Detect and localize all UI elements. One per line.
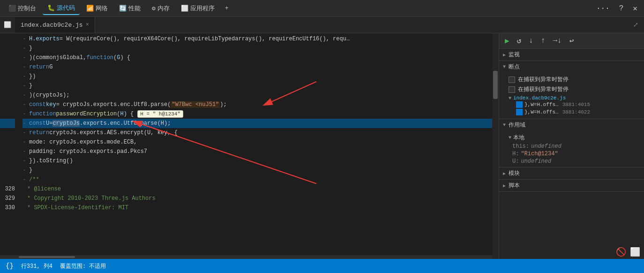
local-scope-header[interactable]: ▼ 本地: [509, 133, 638, 143]
minus-1: -: [22, 36, 27, 42]
scroll-thumb[interactable]: [493, 71, 498, 99]
file-tab-index[interactable]: index.dacb9c2e.js ×: [15, 17, 95, 33]
scope-U-value: undefined: [521, 158, 551, 165]
horizontal-scrollbar[interactable]: [0, 255, 492, 259]
breakpoint-file-header[interactable]: ▼ index.dacb9c2e.js: [509, 95, 638, 101]
linenum-330: 330: [0, 203, 15, 212]
code-line-11: - return cryptoJs.exports.AES.encrypt(U,…: [22, 128, 492, 137]
code-line-16: - /**: [22, 175, 492, 184]
status-bar: {} 行331, 列4 覆盖范围: 不适用: [0, 259, 644, 273]
linenum-3: [0, 53, 15, 62]
breakpoint-entry-1[interactable]: },W=H.offs… 3881:4015: [509, 101, 638, 108]
sidebar-toggle-button[interactable]: ⬜: [0, 21, 15, 29]
code-line-10-highlighted: - const U = cryptoJs .exports.enc.Utf8.p…: [22, 119, 492, 128]
code-content[interactable]: - H.exports = W(requireCore(), requireX6…: [19, 33, 492, 259]
code-line-1: - H.exports = W(requireCore(), requireX6…: [22, 34, 492, 44]
linenum-329: 329: [0, 194, 15, 203]
tab-bar: ⬜ index.dacb9c2e.js × ⤢: [0, 17, 644, 33]
linenum-10: [0, 119, 15, 128]
tab-expand-button[interactable]: ⤢: [628, 21, 644, 29]
memory-label: 内存: [157, 4, 170, 13]
pause-on-caught-exceptions[interactable]: 在捕获到异常时暂停: [509, 75, 638, 84]
sidebar-icon: ⬜: [4, 21, 11, 29]
linenum-7: [0, 91, 15, 100]
right-panel-bottom-actions: 🚫 ⬜: [499, 245, 644, 259]
linenum-13: [0, 147, 15, 156]
nav-tab-memory[interactable]: ⚙ 内存: [147, 2, 174, 15]
watch-section: ▶ 监视: [499, 49, 644, 61]
local-label: 本地: [513, 134, 524, 142]
scope-H-name: H:: [512, 151, 519, 157]
scripts-section: ▶ 脚本: [499, 180, 644, 192]
more-options-button[interactable]: ···: [593, 3, 613, 14]
status-icon: {}: [6, 262, 14, 270]
breakpoints-content: 在捕获到异常时暂停 在捕获到异常时暂停 ▼ index.dacb9c2e.js …: [499, 73, 644, 119]
modules-header[interactable]: ▶ 模块: [499, 167, 644, 179]
debugger-toolbar: ▶ ↺ ↓ ↑ →↓ ↩: [499, 33, 644, 49]
expand-panel-icon[interactable]: ⬜: [630, 247, 640, 257]
breakpoint-file-arrow: ▼: [509, 96, 511, 101]
bp-checkbox-1[interactable]: [516, 101, 523, 108]
console-icon: ⬛: [8, 5, 16, 12]
pause-caught-checkbox[interactable]: [509, 76, 515, 83]
help-button[interactable]: ?: [616, 3, 627, 14]
step-into-button[interactable]: ↑: [539, 36, 547, 46]
code-line-6: - }: [22, 81, 492, 91]
console-label: 控制台: [18, 4, 36, 13]
pause-uncaught-checkbox[interactable]: [509, 86, 515, 93]
code-line-15: - }: [22, 166, 492, 175]
scripts-header[interactable]: ▶ 脚本: [499, 180, 644, 191]
scripts-arrow: ▶: [503, 183, 506, 189]
scope-section: ▼ 作用域 ▼ 本地 this: undefined H: "Rich@1234…: [499, 119, 644, 167]
variable-tooltip-H: H = " h@1234": [137, 110, 183, 118]
code-scrollbar[interactable]: [492, 33, 499, 259]
deactivate-breakpoints-button[interactable]: ↩: [568, 35, 576, 46]
scope-this-value: undefined: [531, 143, 562, 150]
scope-label: 作用域: [509, 121, 525, 129]
application-icon: ⬜: [181, 5, 188, 12]
breakpoint-entry-2[interactable]: },W=H.offs… 3881:4022: [509, 108, 638, 116]
modules-arrow: ▶: [503, 171, 506, 176]
scripts-label: 脚本: [509, 182, 520, 190]
nav-tab-network[interactable]: 📶 网络: [82, 2, 112, 15]
pause-on-uncaught-exceptions[interactable]: 在捕获到异常时暂停: [509, 84, 638, 94]
restart-button[interactable]: ↺: [515, 35, 524, 46]
close-tab-button[interactable]: ×: [86, 22, 89, 28]
top-nav: ⬛ 控制台 🐛 源代码 📶 网络 🔄 性能 ⚙ 内存 ⬜ 应用程序 + ··· …: [0, 0, 644, 17]
code-line-7: - )(cryptoJs);: [22, 91, 492, 100]
local-arrow: ▼: [509, 135, 511, 140]
nav-tab-source[interactable]: 🐛 源代码: [43, 2, 80, 15]
breakpoints-header[interactable]: ▼ 断点: [499, 61, 644, 73]
step-out-button[interactable]: →↓: [551, 36, 564, 46]
nav-tab-performance[interactable]: 🔄 性能: [114, 2, 145, 15]
code-line-13: - padding: cryptoJs.exports.pad.Pkcs7: [22, 147, 492, 156]
linenum-8: [0, 100, 15, 109]
code-line-2: - }: [22, 44, 492, 53]
watch-collapse-arrow: ▶: [503, 52, 506, 58]
nav-tab-application[interactable]: ⬜ 应用程序: [176, 2, 219, 15]
cursor-position: 行331, 列4: [21, 262, 52, 270]
add-panel-button[interactable]: +: [221, 3, 232, 14]
code-line-3: - )(commonjsGlobal, function ( G ) {: [22, 53, 492, 62]
scope-header[interactable]: ▼ 作用域: [499, 119, 644, 131]
selected-cryptojs: cryptoJs: [52, 120, 80, 127]
close-devtools-button[interactable]: ✕: [630, 3, 640, 14]
modules-section: ▶ 模块: [499, 167, 644, 180]
linenum-16: [0, 175, 15, 184]
code-area: 328 329 330 - H.exports = W(requireCore(…: [0, 33, 499, 259]
bp-checkbox-2[interactable]: [516, 109, 523, 115]
scope-this: this: undefined: [509, 143, 638, 150]
linenum-14: [0, 156, 15, 166]
step-over-button[interactable]: ↓: [527, 36, 535, 46]
code-line-329: * Copyright 2010-2023 Three.js Authors: [22, 194, 492, 203]
nav-tab-console[interactable]: ⬛ 控制台: [4, 2, 41, 15]
breakpoint-filename: index.dacb9c2e.js: [513, 95, 566, 101]
h-scroll-thumb[interactable]: [19, 256, 75, 258]
right-panel: ▶ ↺ ↓ ↑ →↓ ↩ ▶ 监视 ▼ 断点 在捕获到异常时暂停: [499, 33, 644, 259]
no-script-icon[interactable]: 🚫: [616, 247, 626, 257]
resume-button[interactable]: ▶: [503, 35, 511, 46]
scope-content: ▼ 本地 this: undefined H: "Rich@1234" U: u…: [499, 131, 644, 167]
linenum-6: [0, 81, 15, 91]
watch-header[interactable]: ▶ 监视: [499, 49, 644, 61]
pause-uncaught-label: 在捕获到异常时暂停: [518, 85, 569, 93]
